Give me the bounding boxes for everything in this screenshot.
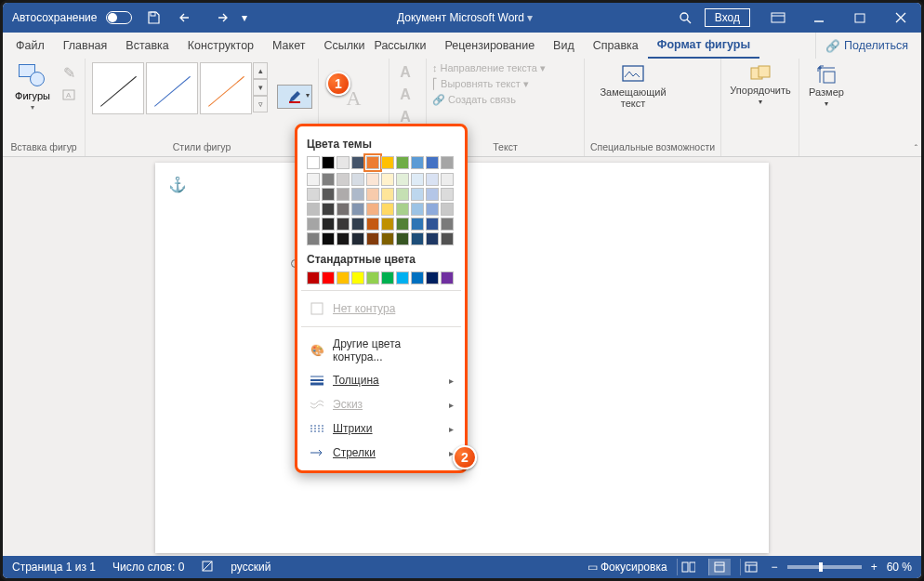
color-swatch[interactable] [366, 218, 379, 231]
color-swatch[interactable] [366, 188, 379, 201]
undo-icon[interactable] [175, 7, 199, 29]
qat-overflow-icon[interactable]: ▾ [242, 11, 247, 24]
color-swatch[interactable] [366, 271, 379, 284]
color-swatch[interactable] [426, 188, 439, 201]
create-link-button[interactable]: 🔗 Создать связь [432, 94, 516, 106]
color-swatch[interactable] [322, 218, 335, 231]
collapse-ribbon-icon[interactable]: ˆ [915, 144, 917, 154]
color-swatch[interactable] [411, 156, 424, 169]
arrows-item[interactable]: Стрелки▸ [307, 441, 455, 465]
color-swatch[interactable] [411, 232, 424, 245]
save-icon[interactable] [141, 7, 165, 29]
close-icon[interactable] [880, 3, 921, 33]
size-button[interactable]: Размер▾ [805, 62, 848, 110]
tab-insert[interactable]: Вставка [116, 33, 178, 59]
style-gallery[interactable]: ▴▾▿ [91, 62, 268, 114]
minimize-icon[interactable] [799, 3, 839, 33]
color-swatch[interactable] [307, 232, 320, 245]
color-swatch[interactable] [322, 156, 335, 169]
search-icon[interactable] [673, 7, 697, 29]
tab-references[interactable]: Ссылки [314, 33, 364, 59]
ribbon-display-icon[interactable] [758, 3, 799, 33]
color-swatch[interactable] [351, 188, 364, 201]
color-swatch[interactable] [396, 232, 409, 245]
color-swatch[interactable] [366, 173, 379, 186]
tab-mailings[interactable]: Рассылки [364, 33, 435, 59]
zoom-out-icon[interactable]: − [772, 561, 778, 574]
color-swatch[interactable] [366, 203, 379, 216]
color-swatch[interactable] [426, 232, 439, 245]
color-swatch[interactable] [351, 156, 364, 169]
color-swatch[interactable] [381, 188, 394, 201]
color-swatch[interactable] [396, 271, 409, 284]
autosave-toggle[interactable] [106, 11, 132, 24]
text-fill-icon[interactable]: A [395, 62, 416, 83]
maximize-icon[interactable] [839, 3, 880, 33]
color-swatch[interactable] [426, 203, 439, 216]
zoom-slider[interactable] [787, 565, 862, 569]
color-swatch[interactable] [441, 271, 454, 284]
color-swatch[interactable] [396, 218, 409, 231]
redo-icon[interactable] [208, 7, 232, 29]
color-swatch[interactable] [381, 203, 394, 216]
text-outline-icon[interactable]: A [395, 85, 416, 105]
color-swatch[interactable] [396, 188, 409, 201]
color-swatch[interactable] [307, 218, 320, 231]
style-thumb[interactable] [146, 62, 198, 114]
color-swatch[interactable] [337, 271, 350, 284]
color-swatch[interactable] [411, 218, 424, 231]
color-swatch[interactable] [426, 173, 439, 186]
sketch-item[interactable]: Эскиз▸ [307, 392, 455, 416]
color-swatch[interactable] [366, 156, 379, 169]
color-swatch[interactable] [411, 271, 424, 284]
zoom-in-icon[interactable]: + [871, 561, 878, 574]
color-swatch[interactable] [337, 203, 350, 216]
color-swatch[interactable] [307, 173, 320, 186]
color-swatch[interactable] [441, 173, 454, 186]
status-words[interactable]: Число слов: 0 [112, 561, 184, 574]
color-swatch[interactable] [411, 188, 424, 201]
color-swatch[interactable] [337, 173, 350, 186]
color-swatch[interactable] [307, 156, 320, 169]
color-swatch[interactable] [381, 173, 394, 186]
style-thumb[interactable] [92, 62, 144, 114]
color-swatch[interactable] [307, 188, 320, 201]
color-swatch[interactable] [426, 218, 439, 231]
color-swatch[interactable] [351, 203, 364, 216]
color-swatch[interactable] [351, 173, 364, 186]
text-direction-button[interactable]: ↕ Направление текста ▾ [432, 62, 546, 74]
arrange-button[interactable]: Упорядочить▾ [727, 62, 794, 108]
login-button[interactable]: Вход [705, 8, 750, 27]
status-page[interactable]: Страница 1 из 1 [12, 561, 96, 574]
textbox-icon[interactable]: A [59, 85, 79, 105]
color-swatch[interactable] [366, 232, 379, 245]
align-text-button[interactable]: ⎡ Выровнять текст ▾ [432, 78, 529, 90]
color-swatch[interactable] [396, 173, 409, 186]
color-swatch[interactable] [322, 232, 335, 245]
status-proofing-icon[interactable] [201, 560, 214, 575]
edit-shape-icon[interactable]: ✎ [59, 62, 79, 83]
color-swatch[interactable] [351, 218, 364, 231]
shapes-button[interactable]: Фигуры ▾ [8, 62, 57, 112]
tab-file[interactable]: Файл [7, 33, 54, 59]
read-mode-icon[interactable] [677, 559, 699, 575]
color-swatch[interactable] [396, 156, 409, 169]
focus-mode-button[interactable]: ▭ Фокусировка [587, 561, 667, 574]
color-swatch[interactable] [381, 271, 394, 284]
color-swatch[interactable] [441, 232, 454, 245]
color-swatch[interactable] [307, 271, 320, 284]
color-swatch[interactable] [337, 156, 350, 169]
tab-layout[interactable]: Макет [263, 33, 314, 59]
color-swatch[interactable] [351, 232, 364, 245]
color-swatch[interactable] [307, 203, 320, 216]
color-swatch[interactable] [322, 271, 335, 284]
color-swatch[interactable] [441, 203, 454, 216]
more-colors-item[interactable]: 🎨 Другие цвета контура... [307, 333, 455, 368]
color-swatch[interactable] [411, 203, 424, 216]
color-swatch[interactable] [381, 232, 394, 245]
status-language[interactable]: русский [231, 561, 271, 574]
color-swatch[interactable] [426, 271, 439, 284]
color-swatch[interactable] [322, 173, 335, 186]
color-swatch[interactable] [441, 218, 454, 231]
color-swatch[interactable] [337, 218, 350, 231]
